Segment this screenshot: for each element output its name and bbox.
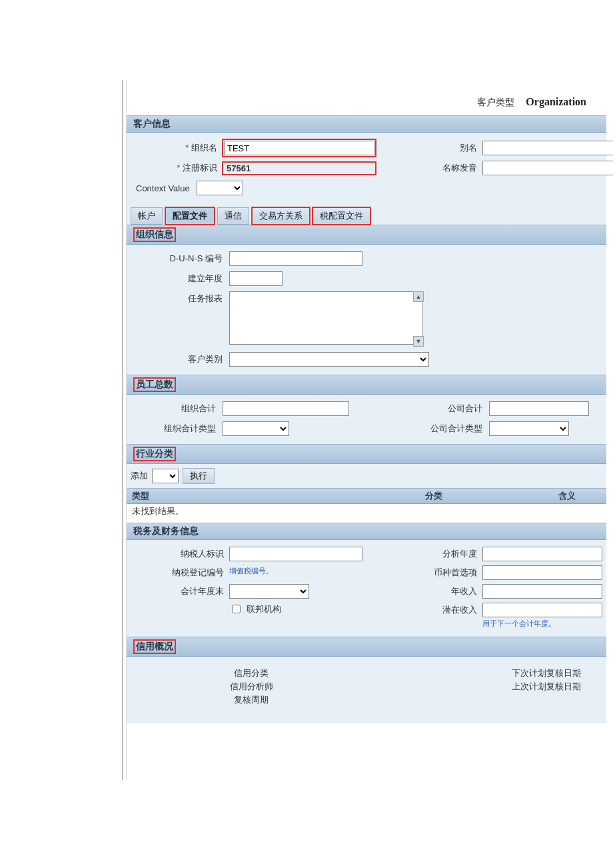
potential-income-hint: 用于下一个会计年度。 [482, 619, 613, 629]
add-label: 添加 [131, 470, 148, 482]
duns-input[interactable] [229, 251, 362, 266]
tab-comm[interactable]: 通信 [217, 207, 249, 225]
alias-label: 别名 [402, 142, 482, 154]
col-meaning: 含义 [558, 490, 601, 502]
last-review-label: 上次计划复核日期 [512, 681, 581, 693]
credit-analyst-label: 信用分析师 [230, 681, 273, 693]
cust-cat-label: 客户类别 [136, 352, 229, 365]
pronunciation-label: 名称发音 [402, 162, 482, 174]
currency-pref-input[interactable] [482, 565, 602, 580]
section-org-info-body: D-U-N-S 编号 建立年度 任务报表 ▲ ▼ 客户类别 [127, 245, 606, 375]
section-org-info-title: 组织信息 [127, 225, 606, 245]
fiscal-year-end-select[interactable] [229, 584, 309, 599]
customer-type-value: Organization [526, 96, 586, 107]
federal-agency-checkbox[interactable] [232, 605, 241, 613]
company-total-type-label: 公司合计类型 [396, 423, 489, 435]
no-results-text: 未找到结果。 [132, 505, 601, 517]
section-tax-fin-title: 税务及财务信息 [127, 523, 606, 540]
org-total-type-select[interactable] [223, 421, 289, 436]
taxpayer-id-input[interactable] [229, 547, 362, 561]
fiscal-year-end-label: 会计年度末 [136, 584, 229, 597]
pronunciation-input[interactable] [482, 161, 613, 175]
tab-account[interactable]: 帐户 [131, 207, 163, 225]
industry-add-row: 添加 执行 [127, 464, 606, 488]
section-industry-title: 行业分类 [127, 444, 606, 464]
alias-input[interactable] [482, 141, 613, 155]
currency-pref-label: 币种首选项 [402, 565, 482, 579]
next-review-label: 下次计划复核日期 [512, 667, 581, 679]
company-total-input[interactable] [489, 401, 589, 416]
cust-cat-select[interactable] [229, 352, 429, 367]
org-total-type-label: 组织合计类型 [136, 423, 223, 435]
section-employee-total-body: 组织合计 公司合计 组织合计类型 公司合计类型 [127, 395, 606, 444]
section-customer-info-body: * 组织名 别名 * 注册标识 57561 名称发音 Context Value [127, 133, 606, 203]
context-value-label: Context Value [136, 183, 190, 193]
tab-tax-profile[interactable]: 税配置文件 [312, 207, 370, 225]
tab-profile[interactable]: 配置文件 [165, 207, 215, 225]
annual-income-label: 年收入 [402, 584, 482, 597]
duns-label: D-U-N-S 编号 [136, 251, 229, 265]
org-total-label: 组织合计 [136, 403, 223, 415]
mission-textarea[interactable] [229, 291, 422, 345]
credit-class-label: 信用分类 [234, 667, 269, 679]
org-name-input[interactable] [224, 141, 374, 155]
col-category: 分类 [425, 490, 558, 502]
org-name-label: * 组织名 [136, 142, 223, 154]
tab-counterparty[interactable]: 交易方关系 [252, 207, 310, 225]
potential-income-input[interactable] [482, 603, 602, 617]
taxpayer-id-label: 纳税人标识 [136, 547, 229, 560]
col-type: 类型 [132, 490, 425, 502]
annual-income-input[interactable] [482, 584, 602, 599]
section-customer-info-title: 客户信息 [127, 115, 606, 133]
federal-agency-label: 联邦机构 [247, 603, 281, 615]
reg-id-value: 57561 [227, 163, 251, 173]
mission-label: 任务报表 [136, 291, 229, 305]
company-total-label: 公司合计 [396, 403, 489, 415]
scroll-down-icon[interactable]: ▼ [413, 336, 424, 347]
tabs-bar: 帐户 配置文件 通信 交易方关系 税配置文件 [127, 203, 606, 225]
analysis-year-label: 分析年度 [402, 547, 482, 560]
reg-id-label: * 注册标识 [136, 162, 223, 174]
industry-table-header: 类型 分类 含义 [127, 488, 606, 504]
section-tax-fin-body: 纳税人标识 分析年度 纳税登记编号 增值税编号。 币种首选项 会计年度末 年收入 [127, 540, 606, 637]
company-total-type-select[interactable] [489, 421, 569, 436]
section-credit-title: 信用概况 [127, 637, 606, 657]
tax-reg-hint[interactable]: 增值税编号。 [229, 567, 273, 575]
est-year-label: 建立年度 [136, 271, 229, 285]
section-credit-body: 信用分类 信用分析师 复核周期 下次计划复核日期 上次计划复核日期 [127, 657, 606, 723]
org-total-input[interactable] [223, 401, 349, 416]
section-employee-total-title: 员工总数 [127, 375, 606, 395]
industry-table-body: 未找到结果。 [127, 504, 606, 523]
execute-button[interactable]: 执行 [183, 468, 215, 484]
tax-reg-no-label: 纳税登记编号 [136, 565, 229, 579]
add-select[interactable] [152, 469, 179, 483]
analysis-year-input[interactable] [482, 547, 602, 561]
header-customer-type: 客户类型 Organization [127, 80, 606, 115]
review-cycle-label: 复核周期 [234, 694, 269, 706]
est-year-input[interactable] [229, 271, 283, 286]
scroll-up-icon[interactable]: ▲ [413, 291, 424, 302]
context-value-select[interactable] [197, 181, 243, 195]
customer-type-label: 客户类型 [477, 97, 514, 107]
potential-income-label: 潜在收入 [402, 603, 482, 616]
